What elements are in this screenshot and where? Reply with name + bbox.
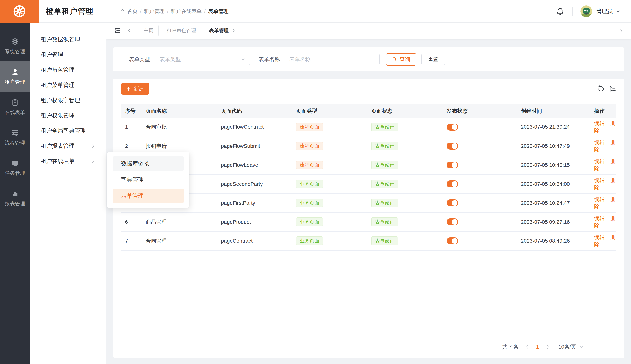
breadcrumb-current: 表单管理: [208, 8, 229, 15]
tab-tenant-role[interactable]: 租户角色管理: [162, 25, 201, 36]
collapse-menu-icon[interactable]: [114, 28, 121, 34]
tab-home[interactable]: 主页: [139, 25, 159, 36]
rail-item-task[interactable]: 任务管理: [0, 153, 30, 183]
sidebar-item-tenant[interactable]: 租户管理: [30, 47, 106, 62]
user-name[interactable]: 管理员: [596, 8, 612, 15]
edit-link[interactable]: 编辑: [594, 234, 605, 240]
refresh-icon[interactable]: [598, 86, 604, 92]
col-code: 页面代码: [215, 104, 290, 118]
search-icon: [392, 57, 397, 62]
rail-item-system[interactable]: 系统管理: [0, 31, 30, 62]
publish-toggle[interactable]: [447, 124, 458, 130]
prev-page-icon[interactable]: [525, 344, 530, 349]
page-status-tag: 表单设计: [371, 142, 398, 150]
sidebar-item-role[interactable]: 租户角色管理: [30, 62, 106, 78]
chevron-right-icon: [91, 159, 95, 164]
plus-icon: [126, 86, 131, 91]
edit-link[interactable]: 编辑: [594, 216, 605, 221]
rail-item-flow[interactable]: 流程管理: [0, 122, 30, 153]
col-seq: 序号: [121, 104, 140, 118]
tab-close-icon[interactable]: [232, 28, 236, 33]
monitor-icon: [11, 160, 19, 167]
form-type-label: 表单类型: [129, 56, 150, 63]
col-published: 发布状态: [441, 104, 515, 118]
page-type-tag: 业务页面: [296, 218, 323, 226]
col-type: 页面类型: [290, 104, 366, 118]
page-status-tag: 表单设计: [371, 198, 398, 207]
publish-toggle[interactable]: [447, 238, 458, 244]
header-right: 管理员: [556, 6, 631, 17]
table-row: pageFlowLeave 流程页面 表单设计 2023-07-05 10:40…: [121, 156, 616, 174]
form-name-input[interactable]: [285, 54, 380, 65]
edit-link[interactable]: 编辑: [594, 196, 605, 202]
sidebar-item-dict[interactable]: 租户全局字典管理: [30, 123, 106, 138]
form-type-select[interactable]: 表单类型: [155, 54, 250, 65]
publish-toggle[interactable]: [447, 218, 458, 226]
breadcrumb-home[interactable]: 首页: [127, 8, 137, 15]
module-rail: 系统管理 租户管理 在线表单 流程管理: [0, 22, 30, 364]
col-name: 页面名称: [140, 104, 215, 118]
page-type-tag: 业务页面: [296, 180, 323, 188]
rail-item-online-form[interactable]: 在线表单: [0, 92, 30, 122]
app-header: 橙单租户管理 首页 / 租户管理 / 租户在线表单 / 表单管理: [0, 0, 631, 22]
page-status-tag: 表单设计: [371, 160, 398, 170]
col-created: 创建时间: [515, 104, 588, 118]
rail-item-tenant[interactable]: 租户管理: [0, 62, 30, 92]
clipboard-icon: [11, 98, 19, 106]
submenu-item-dict-manage[interactable]: 字典管理: [113, 172, 184, 187]
sidebar-menu: 租户数据源管理 租户管理 租户角色管理 租户菜单管理 租户权限字管理 租户权限管…: [30, 22, 106, 364]
breadcrumb-online-form[interactable]: 租户在线表单: [171, 8, 202, 15]
page-size-select[interactable]: 10条/页: [557, 342, 585, 352]
page-status-tag: 表单设计: [371, 123, 398, 132]
tab-scroll-right-icon[interactable]: [618, 28, 623, 33]
sidebar-item-datasource[interactable]: 租户数据源管理: [30, 32, 106, 47]
chevron-down-icon: [241, 57, 245, 62]
breadcrumb-tenant[interactable]: 租户管理: [144, 8, 165, 15]
gear-icon: [11, 38, 19, 45]
total-count: 共 7 条: [502, 343, 518, 350]
avatar[interactable]: [580, 6, 592, 17]
rail-item-report[interactable]: 报表管理: [0, 183, 30, 214]
tab-scroll-left-icon[interactable]: [127, 28, 132, 33]
sidebar-item-menu[interactable]: 租户菜单管理: [30, 78, 106, 93]
form-table: 序号 页面名称 页面代码 页面类型 页面状态 发布状态 创建时间 操作 1 合同…: [121, 104, 616, 250]
submenu-item-database-link[interactable]: 数据库链接: [113, 156, 184, 171]
edit-link[interactable]: 编辑: [594, 140, 605, 145]
pagination: 共 7 条 1 10条/页: [502, 341, 585, 352]
tab-form-manage[interactable]: 表单管理: [204, 25, 241, 36]
page-status-tag: 表单设计: [371, 236, 398, 245]
sidebar-item-report[interactable]: 租户报表管理: [30, 138, 106, 154]
reset-button[interactable]: 重置: [421, 54, 445, 65]
table-row: pageFirstParty 业务页面 表单设计 2023-07-05 10:2…: [121, 194, 616, 212]
sidebar-item-perm[interactable]: 租户权限管理: [30, 108, 106, 123]
sidebar-item-permword[interactable]: 租户权限字管理: [30, 93, 106, 108]
edit-link[interactable]: 编辑: [594, 178, 605, 183]
chevron-down-icon: [579, 345, 584, 349]
column-sort-icon[interactable]: [609, 86, 616, 92]
sidebar-item-online-form[interactable]: 租户在线表单: [30, 154, 106, 169]
page-status-tag: 表单设计: [371, 180, 398, 188]
edit-link[interactable]: 编辑: [594, 158, 605, 164]
publish-toggle[interactable]: [447, 180, 458, 188]
chevron-down-icon[interactable]: [615, 9, 620, 14]
filter-bar: 表单类型 表单类型 表单名称 查询 重置: [113, 47, 624, 71]
table-row: pageSecondParty 业务页面 表单设计 2023-07-05 10:…: [121, 174, 616, 194]
publish-toggle[interactable]: [447, 142, 458, 150]
online-form-submenu: 数据库链接 字典管理 表单管理: [107, 152, 189, 208]
edit-link[interactable]: 编辑: [594, 120, 605, 126]
search-button[interactable]: 查询: [386, 53, 416, 66]
bar-chart-icon: [11, 190, 19, 198]
submenu-item-form-manage[interactable]: 表单管理: [113, 188, 184, 203]
orange-wheel-icon: [13, 4, 26, 18]
page-number[interactable]: 1: [536, 344, 539, 350]
next-page-icon[interactable]: [545, 344, 550, 349]
table-toolbar: 新建: [121, 83, 616, 95]
table-card: 新建: [113, 79, 624, 358]
publish-toggle[interactable]: [447, 162, 458, 168]
publish-toggle[interactable]: [447, 200, 458, 206]
app-logo[interactable]: [0, 0, 39, 22]
page-type-tag: 业务页面: [296, 236, 323, 245]
bell-icon[interactable]: [556, 7, 564, 15]
create-button[interactable]: 新建: [121, 83, 149, 95]
table-header-row: 序号 页面名称 页面代码 页面类型 页面状态 发布状态 创建时间 操作: [121, 104, 616, 118]
